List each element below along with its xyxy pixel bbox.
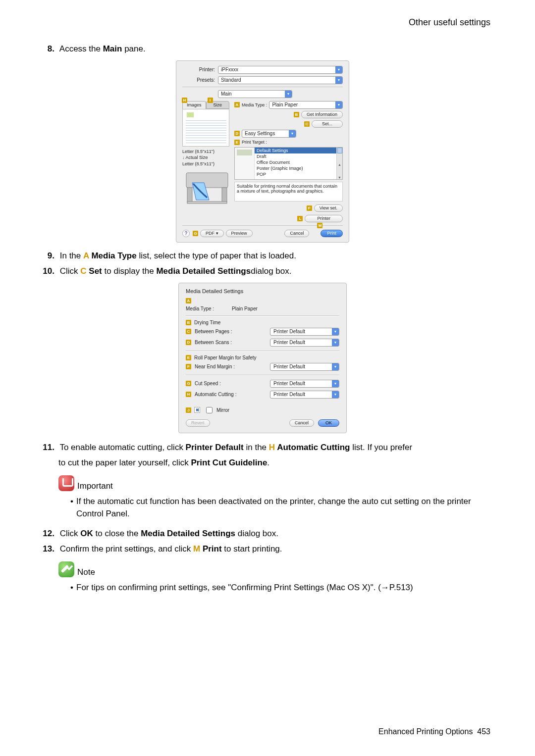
size-actual: Actual Size <box>186 155 208 160</box>
mirror-checkbox[interactable] <box>206 407 213 413</box>
svg-rect-2 <box>222 188 227 202</box>
d2-auto-label: Automatic Cutting : <box>195 392 267 397</box>
d2-ok-button[interactable]: OK <box>318 419 339 427</box>
target-item-office[interactable]: Office Document <box>255 159 336 165</box>
target-item-pop[interactable]: POP <box>255 171 336 177</box>
dropdown-icon: ▾ <box>285 91 292 98</box>
tag-f: F <box>307 205 312 211</box>
svg-rect-0 <box>186 173 228 188</box>
presets-select[interactable]: Standard ▾ <box>218 76 343 84</box>
target-item-poster[interactable]: Poster (Graphic Image) <box>255 165 336 171</box>
media-type-value: Plain Paper <box>272 102 298 107</box>
d2-cancel-button[interactable]: Cancel <box>289 419 314 427</box>
tab-images[interactable]: H Images <box>182 101 206 109</box>
step-10: 10. Click C Set to display the Media Det… <box>35 265 490 278</box>
printer-illustration <box>182 168 232 206</box>
step-12-t3: dialog box. <box>235 529 278 538</box>
step-13-b1: Print <box>200 544 221 554</box>
step-8: 8. Access the Main pane. <box>35 43 490 55</box>
d2-near-select[interactable]: Printer Default▾ <box>270 363 339 371</box>
list-scrollbar[interactable]: ▲ ▼ <box>336 148 342 179</box>
d2-near-value: Printer Default <box>273 364 305 369</box>
tag2-b: B <box>186 320 191 325</box>
d2-scans-select[interactable]: Printer Default▾ <box>270 339 339 347</box>
step-13-letter: M <box>193 544 200 554</box>
printer-value: iPFxxxx <box>221 67 238 72</box>
cancel-button[interactable]: Cancel <box>284 230 309 237</box>
print-target-list[interactable]: Default Settings Draft Office Document P… <box>234 147 343 180</box>
step-11-letter: H <box>269 443 275 452</box>
printer-button[interactable]: Printer <box>305 215 343 222</box>
size-2: Letter (8.5"x11") <box>182 161 229 167</box>
step-8-bold: Main <box>103 44 122 53</box>
size-1: Letter (8.5"x11") <box>182 149 229 155</box>
tag-l: L <box>297 216 303 221</box>
easy-settings-select[interactable]: Easy Settings ▾ <box>242 130 296 138</box>
step-10-post: dialog box. <box>251 266 291 276</box>
d2-auto-select[interactable]: Printer Default▾ <box>270 391 339 399</box>
preview-button[interactable]: Preview <box>226 230 253 237</box>
step-11-b1: Printer Default <box>186 443 244 452</box>
step-9-num: 9. <box>40 250 54 262</box>
tag-m: M <box>317 223 322 228</box>
tag2-h: H <box>186 392 191 397</box>
d2-drying-label: Drying Time <box>194 320 220 325</box>
tag-h: H <box>182 98 187 103</box>
size-info: Letter (8.5"x11") ↓ Actual Size Letter (… <box>182 149 229 167</box>
step-12-b1: OK <box>80 529 93 538</box>
step-13: 13. Confirm the print settings, and clic… <box>35 543 490 555</box>
scroll-up-icon[interactable]: ▲ <box>338 163 341 166</box>
d2-auto-value: Printer Default <box>273 392 305 397</box>
step-12: 12. Click OK to close the Media Detailed… <box>35 527 490 540</box>
step-9: 9. In the A Media Type list, select the … <box>35 250 490 262</box>
dropdown-icon: ▾ <box>332 380 339 387</box>
preview-tabs: H Images I Size <box>182 101 229 109</box>
dropdown-icon: ▾ <box>332 339 339 346</box>
d2-cut-select[interactable]: Printer Default▾ <box>270 380 339 388</box>
d2-pages-select[interactable]: Printer Default▾ <box>270 328 339 336</box>
tag-c: C <box>304 121 310 127</box>
step-10-num: 10. <box>40 265 54 278</box>
media-type-select[interactable]: Plain Paper ▾ <box>269 101 343 109</box>
step-12-b2: Media Detailed Settings <box>141 529 235 538</box>
svg-rect-1 <box>187 188 192 202</box>
get-information-button[interactable]: Get Information <box>301 111 343 118</box>
printer-select[interactable]: iPFxxxx ▾ <box>218 66 343 74</box>
scroll-down-icon[interactable]: ▼ <box>338 176 341 179</box>
presets-label: Presets: <box>182 77 218 83</box>
revert-button[interactable]: Revert <box>186 419 210 427</box>
dialog2-title: Media Detailed Settings <box>186 288 339 294</box>
d2-cut-value: Printer Default <box>273 381 305 386</box>
target-item-draft[interactable]: Draft <box>255 153 336 159</box>
view-set-button[interactable]: View set. <box>314 204 343 212</box>
step-11-l2a: to cut the paper later yourself, click <box>58 458 191 467</box>
target-item-default[interactable]: Default Settings <box>255 148 336 153</box>
page-footer: Enhanced Printing Options 453 <box>378 727 490 736</box>
tab-images-label: Images <box>187 102 202 107</box>
pdf-button[interactable]: PDF ▾ <box>200 230 224 237</box>
tag-b: B <box>294 112 299 117</box>
target-thumbnail <box>235 148 255 179</box>
tag-e: E <box>234 140 240 145</box>
help-button[interactable]: ? <box>182 230 190 237</box>
note-icon <box>58 561 74 577</box>
pane-select[interactable]: Main ▾ <box>218 90 292 98</box>
media-detailed-settings-dialog: Media Detailed Settings A Media Type : P… <box>178 283 347 433</box>
step-12-num: 12. <box>40 527 54 540</box>
print-button[interactable]: Print <box>321 230 343 237</box>
dropdown-icon: ▾ <box>335 101 342 108</box>
tab-size[interactable]: I Size <box>206 101 230 109</box>
tab-size-label: Size <box>213 102 222 107</box>
step-9-letter: A <box>83 251 89 260</box>
set-button[interactable]: Set... <box>312 120 343 128</box>
play-preview-button[interactable] <box>194 407 200 413</box>
dropdown-icon: ▾ <box>332 391 339 398</box>
tag-g: G <box>193 231 198 236</box>
easy-settings-label: Easy Settings <box>245 131 275 136</box>
step-11-t1: To enable automatic cutting, click <box>59 443 185 452</box>
step-11-b2: Automatic Cutting <box>275 443 350 452</box>
scroll-thumb[interactable] <box>337 148 342 153</box>
note-title: Note <box>77 567 95 577</box>
print-dialog: Printer: iPFxxxx ▾ Presets: Standard ▾ M… <box>176 60 349 243</box>
step-12-t2: to close the <box>93 529 141 538</box>
